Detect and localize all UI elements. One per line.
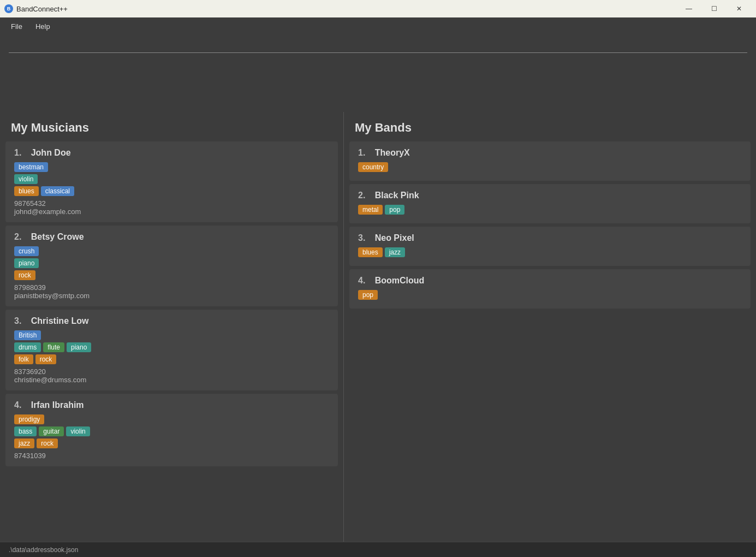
contact-info: 87431039	[14, 452, 329, 460]
email: christine@drumss.com	[14, 376, 329, 384]
genre-tags: bluesclassical	[14, 186, 329, 196]
genre-tags: folkrock	[14, 354, 329, 364]
nickname-tags: bestman	[14, 162, 329, 172]
band-name: 3. Neo Pixel	[358, 233, 742, 243]
contact-info: 87988039pianistbetsy@smtp.com	[14, 283, 329, 300]
instrument-tags: bassguitarviolin	[14, 426, 329, 436]
musician-name: 3. Christine Low	[14, 316, 329, 326]
band-card[interactable]: 1. TheoryX country	[349, 141, 751, 181]
tag: rock	[14, 270, 35, 280]
tag: flute	[43, 342, 64, 352]
genre-tags: rock	[14, 270, 329, 280]
band-card[interactable]: 3. Neo Pixel bluesjazz	[349, 227, 751, 266]
app-title: BandConnect++	[16, 5, 68, 13]
genre-tags: pop	[358, 290, 742, 300]
tag: rock	[37, 439, 58, 448]
musicians-panel: My Musicians 1. John Doe bestmanviolinbl…	[0, 112, 344, 542]
instrument-tags: piano	[14, 258, 329, 268]
phone: 87988039	[14, 283, 329, 292]
tag: folk	[14, 354, 33, 364]
tag: bestman	[14, 162, 48, 172]
band-card[interactable]: 2. Black Pink metalpop	[349, 184, 751, 223]
status-path: .\data\addressbook.json	[9, 546, 78, 554]
app-icon: B	[4, 4, 13, 13]
tag: drums	[14, 342, 41, 352]
tag: country	[358, 162, 388, 172]
band-name: 2. Black Pink	[358, 191, 742, 200]
email: johnd@example.com	[14, 208, 329, 216]
phone: 83736920	[14, 368, 329, 376]
bands-panel-title: My Bands	[344, 112, 756, 141]
window-controls: — ☐ ✕	[676, 0, 752, 17]
tag: blues	[358, 247, 383, 257]
maximize-button[interactable]: ☐	[701, 0, 727, 17]
nickname-tags: prodigy	[14, 414, 329, 424]
menu-help[interactable]: Help	[29, 20, 57, 33]
main-content: My Musicians 1. John Doe bestmanviolinbl…	[0, 112, 756, 542]
email: pianistbetsy@smtp.com	[14, 292, 329, 300]
musicians-panel-title: My Musicians	[0, 112, 343, 141]
band-name: 1. TheoryX	[358, 148, 742, 158]
search-bar	[0, 35, 756, 57]
musician-card[interactable]: 2. Betsy Crowe crushpianorock87988039pia…	[5, 226, 338, 306]
tag: classical	[41, 186, 74, 196]
band-name: 4. BoomCloud	[358, 276, 742, 286]
musicians-list: 1. John Doe bestmanviolinbluesclassical9…	[0, 141, 343, 542]
musician-card[interactable]: 1. John Doe bestmanviolinbluesclassical9…	[5, 141, 338, 222]
tag: jazz	[385, 247, 405, 257]
tag: bass	[14, 426, 37, 436]
tag: prodigy	[14, 414, 44, 424]
autocomplete-area	[0, 57, 756, 112]
tag: violin	[66, 426, 90, 436]
menu-bar: File Help	[0, 17, 756, 35]
tag: pop	[385, 205, 404, 215]
genre-tags: country	[358, 162, 742, 172]
status-bar: .\data\addressbook.json	[0, 542, 756, 557]
genre-tags: metalpop	[358, 205, 742, 215]
musician-card[interactable]: 3. Christine Low Britishdrumsflutepianof…	[5, 310, 338, 390]
band-card[interactable]: 4. BoomCloud pop	[349, 269, 751, 309]
musician-name: 4. Irfan Ibrahim	[14, 400, 329, 410]
search-input[interactable]	[9, 39, 747, 53]
genre-tags: bluesjazz	[358, 247, 742, 257]
close-button[interactable]: ✕	[727, 0, 752, 17]
tag: piano	[14, 258, 39, 268]
minimize-button[interactable]: —	[676, 0, 701, 17]
tag: crush	[14, 246, 39, 256]
musician-name: 1. John Doe	[14, 148, 329, 158]
tag: violin	[14, 174, 38, 184]
musician-card[interactable]: 4. Irfan Ibrahim prodigybassguitarviolin…	[5, 394, 338, 466]
bands-panel: My Bands 1. TheoryX country 2. Black Pin…	[344, 112, 756, 542]
instrument-tags: drumsflutepiano	[14, 342, 329, 352]
tag: guitar	[39, 426, 64, 436]
title-bar-left: B BandConnect++	[4, 4, 68, 13]
menu-file[interactable]: File	[4, 20, 29, 33]
contact-info: 98765432johnd@example.com	[14, 199, 329, 216]
musician-name: 2. Betsy Crowe	[14, 232, 329, 242]
phone: 87431039	[14, 452, 329, 460]
tag: rock	[35, 354, 57, 364]
nickname-tags: crush	[14, 246, 329, 256]
phone: 98765432	[14, 199, 329, 208]
tag: metal	[358, 205, 383, 215]
tag: British	[14, 330, 41, 340]
instrument-tags: violin	[14, 174, 329, 184]
title-bar: B BandConnect++ — ☐ ✕	[0, 0, 756, 17]
genre-tags: jazzrock	[14, 439, 329, 448]
tag: jazz	[14, 439, 34, 448]
nickname-tags: British	[14, 330, 329, 340]
tag: pop	[358, 290, 378, 300]
tag: blues	[14, 186, 39, 196]
bands-list: 1. TheoryX country 2. Black Pink metalpo…	[344, 141, 756, 542]
tag: piano	[67, 342, 91, 352]
contact-info: 83736920christine@drumss.com	[14, 368, 329, 384]
